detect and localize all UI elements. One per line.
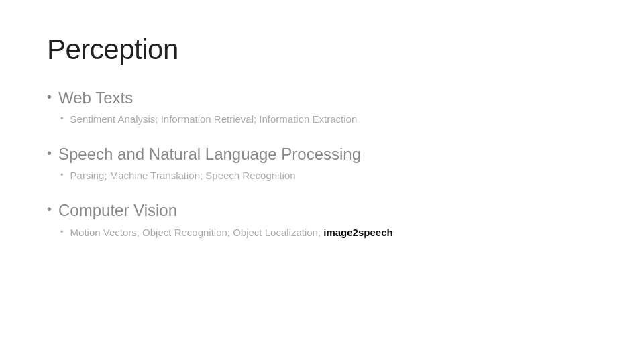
bullet-dot-1: • bbox=[47, 87, 52, 106]
bullet-l2-computer-vision-prefix: Motion Vectors; Object Recognition; Obje… bbox=[70, 227, 321, 238]
bullet-l1-web-texts: • Web Texts bbox=[47, 87, 597, 108]
bullet-dot-l2-1: • bbox=[60, 112, 64, 125]
section-web-texts: • Web Texts • Sentiment Analysis; Inform… bbox=[47, 87, 597, 126]
bullet-dot-3: • bbox=[47, 200, 52, 219]
section-computer-vision: • Computer Vision • Motion Vectors; Obje… bbox=[47, 200, 597, 239]
bullet-l2-computer-vision: • Motion Vectors; Object Recognition; Ob… bbox=[60, 225, 597, 239]
bullet-l2-web-texts: • Sentiment Analysis; Information Retrie… bbox=[60, 112, 597, 126]
bullet-dot-2: • bbox=[47, 143, 52, 162]
bullet-l2-web-texts-container: • Sentiment Analysis; Information Retrie… bbox=[60, 112, 597, 126]
bullet-l1-speech-nlp-label: Speech and Natural Language Processing bbox=[58, 143, 361, 164]
bullet-l1-computer-vision: • Computer Vision bbox=[47, 200, 597, 221]
bullet-l1-computer-vision-label: Computer Vision bbox=[58, 200, 177, 221]
slide: Perception • Web Texts • Sentiment Analy… bbox=[0, 0, 644, 362]
bullet-dot-l2-2: • bbox=[60, 168, 64, 182]
bullet-l1-speech-nlp: • Speech and Natural Language Processing bbox=[47, 143, 597, 164]
content-area: • Web Texts • Sentiment Analysis; Inform… bbox=[47, 87, 597, 245]
bullet-l2-computer-vision-container: • Motion Vectors; Object Recognition; Ob… bbox=[60, 225, 597, 239]
bullet-l2-computer-vision-text: Motion Vectors; Object Recognition; Obje… bbox=[70, 225, 393, 239]
bullet-l2-web-texts-text: Sentiment Analysis; Information Retrieva… bbox=[70, 112, 358, 126]
bullet-dot-l2-3: • bbox=[60, 225, 64, 239]
slide-title: Perception bbox=[47, 34, 597, 66]
bullet-l2-speech-nlp-container: • Parsing; Machine Translation; Speech R… bbox=[60, 168, 597, 182]
bullet-l1-web-texts-label: Web Texts bbox=[58, 87, 133, 108]
bullet-l2-computer-vision-highlight: image2speech bbox=[321, 227, 393, 238]
bullet-l2-speech-nlp: • Parsing; Machine Translation; Speech R… bbox=[60, 168, 597, 182]
section-speech-nlp: • Speech and Natural Language Processing… bbox=[47, 143, 597, 182]
bullet-l2-speech-nlp-text: Parsing; Machine Translation; Speech Rec… bbox=[70, 168, 296, 182]
